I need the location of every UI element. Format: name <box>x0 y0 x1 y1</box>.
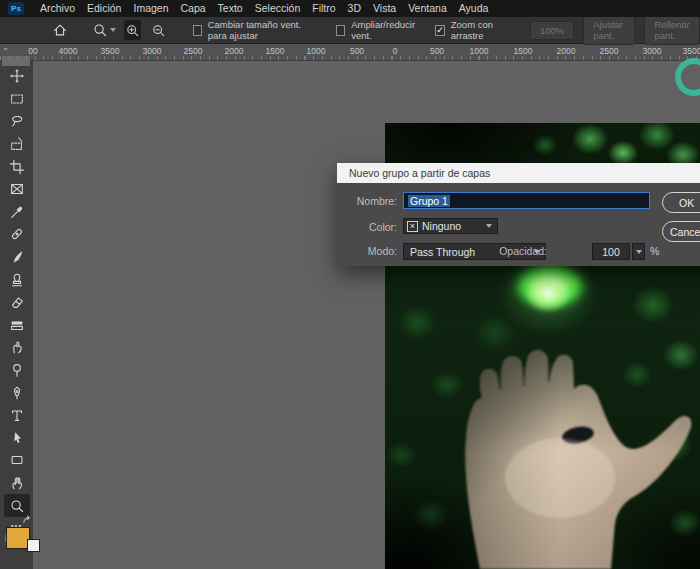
menu-3d[interactable]: 3D <box>342 0 367 17</box>
option-checkbox-0[interactable]: Cambiar tamaño vent. para ajustar <box>193 19 319 41</box>
group-name-input[interactable]: Grupo 1 <box>403 192 650 209</box>
path-selection-tool-icon <box>9 430 25 446</box>
ruler-tick-label: 3500 <box>683 46 700 56</box>
move-tool[interactable] <box>4 65 30 88</box>
menu-vista[interactable]: Vista <box>367 0 402 17</box>
menu-selección[interactable]: Selección <box>249 0 307 17</box>
ruler-tick-label: 0 <box>393 46 398 56</box>
zoom-in-button[interactable] <box>124 20 141 40</box>
gradient-tool-icon <box>9 317 25 333</box>
menu-bar: Ps ArchivoEdiciónImagenCapaTextoSelecció… <box>0 0 700 17</box>
shape-tool-icon <box>9 452 25 468</box>
menu-ventana[interactable]: Ventana <box>402 0 453 17</box>
chevron-down-icon <box>636 250 642 254</box>
menu-texto[interactable]: Texto <box>212 0 249 17</box>
menu-capa[interactable]: Capa <box>175 0 212 17</box>
zoom-out-button[interactable] <box>149 20 166 40</box>
pen-tool-icon <box>9 385 25 401</box>
new-group-dialog: Nuevo grupo a partir de capas Nombre: Gr… <box>337 163 700 266</box>
hand-tool[interactable] <box>4 472 30 495</box>
background-color-swatch[interactable] <box>27 539 40 552</box>
options-button-0[interactable]: 100% <box>530 21 574 40</box>
click-indicator-ring <box>675 58 700 96</box>
eyedropper-tool[interactable] <box>4 201 30 224</box>
photoshop-window: Ps ArchivoEdiciónImagenCapaTextoSelecció… <box>0 0 700 569</box>
gradient-tool[interactable] <box>4 314 30 337</box>
dialog-title[interactable]: Nuevo grupo a partir de capas <box>337 163 700 183</box>
horizontal-ruler[interactable]: " 00400035003000250020001500100050005001… <box>0 44 700 61</box>
opacity-dropdown-button[interactable] <box>632 243 645 260</box>
photoshop-logo-icon[interactable]: Ps <box>8 2 24 15</box>
smudge-tool[interactable] <box>4 336 30 359</box>
shape-tool[interactable] <box>4 449 30 472</box>
type-tool[interactable] <box>4 404 30 427</box>
lasso-tool-icon <box>9 113 25 129</box>
ruler-tick-label: 2000 <box>557 46 576 56</box>
menu-filtro[interactable]: Filtro <box>306 0 341 17</box>
ruler-tick-label: 1000 <box>470 46 489 56</box>
options-button-1[interactable]: Ajustar pant. <box>583 15 635 45</box>
options-buttons: 100%Ajustar pant.Rellenar pant. <box>530 15 700 45</box>
color-select[interactable]: × Ninguno <box>403 218 498 234</box>
ruler-tick-label: 00 <box>28 46 37 56</box>
group-name-value: Grupo 1 <box>408 195 450 207</box>
checkbox-icon[interactable] <box>193 25 202 36</box>
move-tool-icon <box>9 68 25 84</box>
opacity-input[interactable]: 100 <box>592 243 630 260</box>
lasso-tool[interactable] <box>4 110 30 133</box>
marquee-tool-icon <box>9 91 25 107</box>
menu-archivo[interactable]: Archivo <box>34 0 81 17</box>
crop-tool[interactable] <box>4 155 30 178</box>
brush-tool[interactable] <box>4 246 30 269</box>
ok-button[interactable]: OK <box>662 192 700 213</box>
dodge-tool-icon <box>9 362 25 378</box>
color-label: Color: <box>339 221 397 233</box>
type-tool-icon <box>9 407 25 423</box>
name-label: Nombre: <box>339 195 397 207</box>
brush-tool-icon <box>9 249 25 265</box>
ruler-tick-label: 500 <box>350 46 364 56</box>
ruler-tick-label: 3000 <box>143 46 162 56</box>
crop-tool-icon <box>9 159 25 175</box>
options-bar: Cambiar tamaño vent. para ajustarAmpliar… <box>0 17 700 44</box>
object-selection-tool[interactable] <box>4 133 30 156</box>
object-selection-tool-icon <box>9 136 25 152</box>
dodge-tool[interactable] <box>4 359 30 382</box>
tool-list <box>4 65 30 517</box>
menu-items: ArchivoEdiciónImagenCapaTextoSelecciónFi… <box>34 0 494 17</box>
ruler-unit-label: " <box>4 46 7 56</box>
eraser-tool[interactable] <box>4 291 30 314</box>
healing-brush-tool[interactable] <box>4 223 30 246</box>
cancel-button[interactable]: Cancelar <box>662 221 700 242</box>
menu-edición[interactable]: Edición <box>81 0 127 17</box>
ruler-corner-box <box>2 56 30 66</box>
options-button-2[interactable]: Rellenar pant. <box>644 15 700 45</box>
home-icon[interactable] <box>52 21 68 39</box>
zoom-tool-options-icon[interactable] <box>92 21 108 39</box>
checkbox-label: Zoom con arrastre <box>451 19 508 41</box>
menu-ayuda[interactable]: Ayuda <box>453 0 495 17</box>
ruler-tick-label: 3500 <box>101 46 120 56</box>
clone-stamp-tool[interactable] <box>4 268 30 291</box>
option-checkbox-2[interactable]: ✓Zoom con arrastre <box>435 19 508 41</box>
opacity-suffix: % <box>650 245 659 257</box>
smudge-tool-icon <box>9 339 25 355</box>
checkbox-label: Ampliar/reducir vent. <box>351 19 417 41</box>
healing-brush-tool-icon <box>9 226 25 242</box>
frame-tool[interactable] <box>4 178 30 201</box>
ruler-tick-label: 1500 <box>266 46 285 56</box>
ruler-tick-label: 2500 <box>600 46 619 56</box>
path-selection-tool[interactable] <box>4 427 30 450</box>
marquee-tool[interactable] <box>4 88 30 111</box>
menu-imagen[interactable]: Imagen <box>127 0 174 17</box>
checkbox-checked-icon[interactable]: ✓ <box>435 25 445 36</box>
chevron-down-icon[interactable] <box>110 28 116 32</box>
ruler-tick-label: 3000 <box>643 46 662 56</box>
option-checkbox-1[interactable]: Ampliar/reducir vent. <box>336 19 417 41</box>
color-value: Ninguno <box>422 220 461 232</box>
ruler-tick-label: 2000 <box>225 46 244 56</box>
ruler-tick-label: 2500 <box>184 46 203 56</box>
pen-tool[interactable] <box>4 381 30 404</box>
tools-panel: ••• <box>0 61 33 569</box>
checkbox-icon[interactable] <box>336 25 345 36</box>
